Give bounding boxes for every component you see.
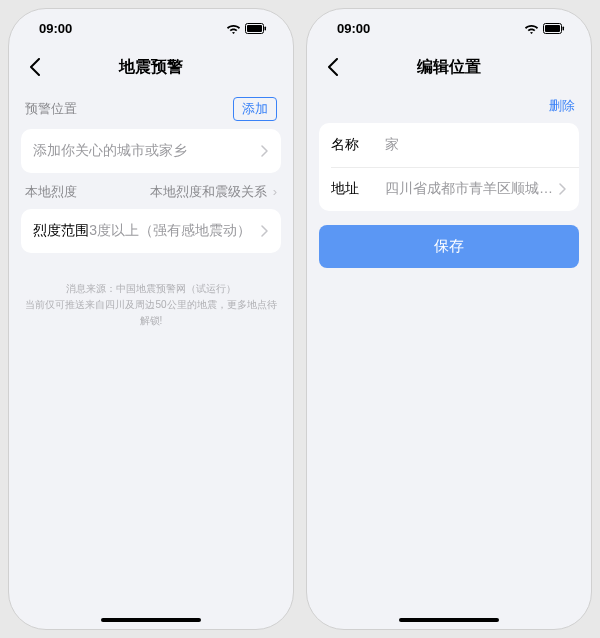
svg-rect-4 [545, 25, 560, 32]
nav-bar: 地震预警 [9, 47, 293, 87]
delete-button[interactable]: 删除 [549, 97, 575, 115]
home-indicator [399, 618, 499, 622]
status-bar: 09:00 [307, 9, 591, 47]
status-bar: 09:00 [9, 9, 293, 47]
wifi-icon [226, 23, 241, 34]
status-right [226, 23, 267, 34]
page-title: 地震预警 [119, 57, 183, 78]
section-label: 预警位置 [25, 100, 77, 118]
edit-card: 名称 家 地址 四川省成都市青羊区顺城大街... [319, 123, 579, 211]
footer-text: 消息来源：中国地震预警网（试运行） 当前仅可推送来自四川及周边50公里的地震，更… [21, 281, 281, 329]
add-location-placeholder: 添加你关心的城市或家乡 [33, 142, 257, 160]
back-button[interactable] [321, 55, 345, 79]
intensity-card: 烈度范围 3度以上（强有感地震动） [21, 209, 281, 253]
svg-rect-2 [265, 26, 267, 30]
section-header-actions: 删除 [319, 87, 579, 123]
intensity-range-row[interactable]: 烈度范围 3度以上（强有感地震动） [21, 209, 281, 253]
content: 删除 名称 家 地址 四川省成都市青羊区顺城大街... 保存 [307, 87, 591, 629]
name-value: 家 [375, 136, 569, 154]
intensity-relation-link[interactable]: 本地烈度和震级关系 › [150, 183, 277, 201]
chevron-right-icon [257, 145, 271, 157]
name-label: 名称 [331, 136, 375, 154]
address-value: 四川省成都市青羊区顺城大街... [375, 180, 555, 198]
footer-line-2: 当前仅可推送来自四川及周边50公里的地震，更多地点待解锁! [25, 297, 277, 329]
phone-right: 09:00 编辑位置 删除 名称 家 地址 四川省成都市青羊区顺城大街 [306, 8, 592, 630]
footer-line-1: 消息来源：中国地震预警网（试运行） [25, 281, 277, 297]
add-button[interactable]: 添加 [233, 97, 277, 121]
svg-rect-5 [563, 26, 565, 30]
section-label: 本地烈度 [25, 183, 77, 201]
intensity-range-label: 烈度范围 [33, 222, 89, 240]
back-button[interactable] [23, 55, 47, 79]
section-header-intensity: 本地烈度 本地烈度和震级关系 › [21, 173, 281, 209]
phone-left: 09:00 地震预警 预警位置 添加 添加你关心的城市或家乡 [8, 8, 294, 630]
address-row[interactable]: 地址 四川省成都市青羊区顺城大街... [319, 167, 579, 211]
content: 预警位置 添加 添加你关心的城市或家乡 本地烈度 本地烈度和震级关系 › 烈度范… [9, 87, 293, 629]
status-time: 09:00 [337, 21, 370, 36]
intensity-range-value: 3度以上（强有感地震动） [89, 222, 257, 240]
page-title: 编辑位置 [417, 57, 481, 78]
name-row[interactable]: 名称 家 [319, 123, 579, 167]
battery-icon [245, 23, 267, 34]
status-time: 09:00 [39, 21, 72, 36]
address-label: 地址 [331, 180, 375, 198]
save-button[interactable]: 保存 [319, 225, 579, 268]
chevron-right-icon [257, 225, 271, 237]
nav-bar: 编辑位置 [307, 47, 591, 87]
section-header-location: 预警位置 添加 [21, 87, 281, 129]
chevron-right-icon [555, 183, 569, 195]
location-card: 添加你关心的城市或家乡 [21, 129, 281, 173]
home-indicator [101, 618, 201, 622]
status-right [524, 23, 565, 34]
wifi-icon [524, 23, 539, 34]
battery-icon [543, 23, 565, 34]
add-location-row[interactable]: 添加你关心的城市或家乡 [21, 129, 281, 173]
svg-rect-1 [247, 25, 262, 32]
